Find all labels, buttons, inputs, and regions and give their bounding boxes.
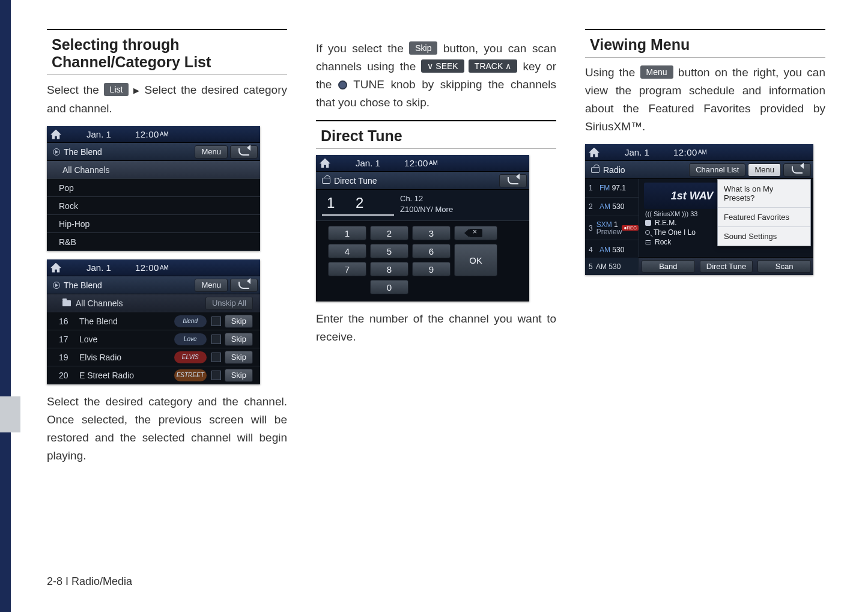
home-icon[interactable] [589, 148, 599, 157]
back-button[interactable] [230, 279, 258, 292]
key-ok[interactable]: OK [454, 244, 497, 276]
category-label: Rock [59, 201, 78, 211]
key-6[interactable]: 6 [412, 244, 451, 258]
preset-band: FM [599, 184, 610, 192]
back-icon [508, 177, 518, 184]
header-label: All Channels [76, 298, 123, 308]
skip-checkbox[interactable] [211, 353, 221, 362]
track-name: The One I Lo [654, 228, 696, 237]
key-0[interactable]: 0 [370, 280, 408, 294]
back-button[interactable] [499, 174, 527, 187]
preset-item[interactable]: 1 FM 97.1 [585, 179, 639, 198]
category-label: Hip-Hop [59, 219, 90, 229]
key-7[interactable]: 7 [328, 262, 366, 276]
key-9[interactable]: 9 [412, 262, 451, 276]
radio-icon [591, 167, 599, 173]
text: If you select the [316, 42, 409, 55]
artist-name: R.E.M. [655, 219, 677, 227]
skip-checkbox[interactable] [211, 317, 221, 326]
tune-ch-line: Ch. 12 [400, 193, 453, 204]
channel-name: Elvis Radio [73, 353, 174, 362]
preset-item[interactable]: 4 AM 530 [585, 240, 639, 259]
menu-item[interactable]: What is on My Presets? [718, 180, 810, 208]
keypad: 1 2 3 4 5 6 OK 7 8 9 0 [316, 221, 529, 301]
skip-button[interactable]: Skip [225, 333, 253, 346]
page-content: Selecting through Channel/Category List … [17, 0, 858, 491]
screenshot-direct-tune: Jan. 1 12:00AM Direct Tune 1 2 Ch. 12 Z1… [316, 155, 529, 301]
heading-selecting: Selecting through Channel/Category List [47, 29, 287, 75]
column-3: Viewing Menu Using the Menu button on th… [585, 29, 825, 473]
category-item[interactable]: R&B [47, 233, 260, 251]
key-backspace[interactable] [454, 226, 497, 240]
preset-value: 97.1 [612, 184, 626, 192]
channel-logo: blend [174, 315, 207, 327]
text: Select the [47, 83, 104, 96]
key-4[interactable]: 4 [328, 244, 366, 258]
channel-number: 17 [59, 335, 73, 344]
channel-list-button[interactable]: Channel List [689, 163, 745, 177]
menu-button-inline: Menu [640, 65, 673, 79]
channel-number: 19 [59, 353, 73, 362]
screen-title: The Blend [64, 280, 102, 290]
key-1[interactable]: 1 [328, 226, 366, 240]
channel-name: The Blend [73, 317, 174, 326]
preset-item[interactable]: 2 AM 530 [585, 198, 639, 216]
category-item[interactable]: Rock [47, 197, 260, 215]
preset-band: AM [599, 246, 610, 254]
skip-button[interactable]: Skip [225, 315, 253, 328]
col2-paragraph-2: Enter the number of the channel you want… [316, 310, 556, 346]
track-icon [645, 230, 650, 235]
list-header: All Channels [47, 161, 260, 179]
band-button[interactable]: Band [642, 260, 695, 273]
col1-paragraph-1: Select the List ▶ Select the desired cat… [47, 81, 287, 118]
skip-button-inline: Skip [409, 41, 437, 55]
back-button[interactable] [230, 145, 258, 159]
key-2[interactable]: 2 [370, 226, 408, 240]
page-footer: 2-8 I Radio/Media [47, 575, 132, 588]
preset-number: 2 [589, 202, 596, 211]
back-button[interactable] [783, 163, 811, 177]
status-bar: Jan. 1 12:00AM [47, 259, 260, 276]
direct-tune-display: 1 2 Ch. 12 Z100/NY/ More [316, 190, 529, 221]
home-icon[interactable] [320, 159, 330, 168]
menu-item[interactable]: Sound Settings [718, 227, 810, 246]
channel-number: 16 [59, 317, 73, 326]
category-label: R&B [59, 237, 76, 247]
col1-paragraph-2: Select the desired category and the chan… [47, 393, 287, 465]
status-date: Jan. 1 [625, 147, 649, 157]
channel-row[interactable]: 19 Elvis Radio ELVIS Skip [47, 348, 260, 366]
preset-item[interactable]: 5 AM 530 [585, 258, 639, 275]
category-item[interactable]: Hip-Hop [47, 215, 260, 233]
preset-item[interactable]: 3 SXM 1Preview ●REC [585, 216, 639, 240]
channel-row[interactable]: 17 Love Love Skip [47, 330, 260, 348]
menu-button[interactable]: Menu [195, 145, 228, 159]
triangle-icon: ▶ [133, 86, 144, 95]
status-ampm: AM [698, 149, 707, 156]
title-bar: The Blend Menu [47, 143, 260, 161]
menu-item[interactable]: Featured Favorites [718, 208, 810, 227]
key-5[interactable]: 5 [370, 244, 408, 258]
column-2: If you select the Skip button, you can s… [316, 29, 556, 473]
home-icon[interactable] [50, 130, 61, 139]
key-3[interactable]: 3 [412, 226, 451, 240]
channel-row[interactable]: 16 The Blend blend Skip [47, 312, 260, 330]
folder-icon [62, 300, 71, 306]
status-ampm: AM [429, 160, 438, 166]
skip-button[interactable]: Skip [225, 351, 253, 364]
skip-button[interactable]: Skip [225, 369, 253, 382]
category-item[interactable]: Pop [47, 179, 260, 197]
menu-button[interactable]: Menu [748, 163, 781, 177]
list-button-inline: List [104, 83, 129, 96]
skip-checkbox[interactable] [211, 371, 221, 380]
menu-button[interactable]: Menu [195, 279, 228, 292]
back-icon [238, 148, 249, 156]
skip-checkbox[interactable] [211, 335, 221, 344]
scan-button[interactable]: Scan [757, 260, 811, 273]
channel-row[interactable]: 20 E Street Radio ESTREET Skip [47, 366, 260, 384]
direct-tune-button[interactable]: Direct Tune [700, 260, 753, 273]
unskip-all-button[interactable]: Unskip All [205, 297, 253, 310]
key-8[interactable]: 8 [370, 262, 408, 276]
column-1: Selecting through Channel/Category List … [47, 29, 287, 473]
channel-logo: Love [174, 333, 207, 345]
home-icon[interactable] [50, 263, 61, 273]
